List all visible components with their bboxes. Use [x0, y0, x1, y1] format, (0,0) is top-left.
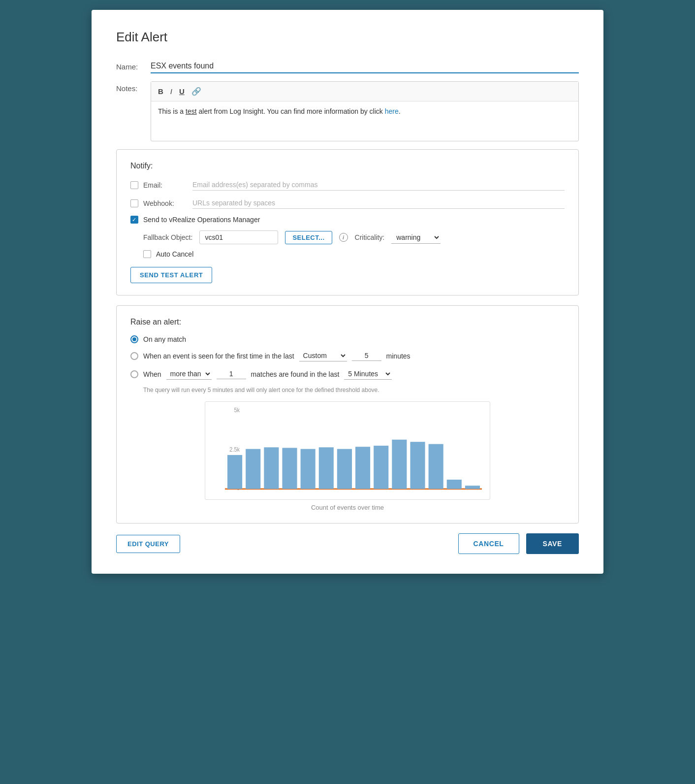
name-input-wrap	[151, 60, 579, 73]
dialog-title: Edit Alert	[116, 30, 579, 45]
name-field-row: Name:	[116, 60, 579, 73]
bar-3	[264, 447, 279, 489]
auto-cancel-row: Auto Cancel	[143, 250, 565, 258]
time-range-select[interactable]: 5 Minutes 10 Minutes 30 Minutes 1 Hour	[344, 368, 392, 380]
fallback-input[interactable]	[199, 230, 278, 244]
radio-when-matches-row: When more than less than equal to matche…	[130, 368, 565, 380]
webhook-label: Webhook:	[143, 199, 188, 207]
notes-test-word: test	[186, 107, 197, 115]
notes-editor: B I U 🔗 This is a test alert from Log In…	[151, 81, 579, 141]
footer-row: EDIT QUERY CANCEL SAVE	[116, 533, 579, 554]
notes-input-wrap: B I U 🔗 This is a test alert from Log In…	[151, 81, 579, 141]
vrops-label: Send to vRealize Operations Manager	[143, 216, 260, 224]
event-time-unit: minutes	[386, 352, 411, 360]
notify-title: Notify:	[130, 162, 565, 170]
save-button[interactable]: SAVE	[526, 533, 579, 554]
select-button[interactable]: SELECT...	[285, 231, 332, 244]
webhook-checkbox[interactable]	[130, 199, 138, 207]
match-count-input[interactable]	[217, 369, 246, 379]
name-input[interactable]	[151, 60, 579, 73]
email-checkbox[interactable]	[130, 181, 138, 189]
bar-12	[429, 444, 443, 489]
vrops-checkbox[interactable]	[130, 216, 138, 224]
bar-1	[227, 455, 242, 489]
criticality-select[interactable]: warning critical immediate info	[391, 231, 441, 244]
matches-mid-label: matches are found in the last	[251, 370, 340, 378]
chart-svg: 5k 2.5k 0	[225, 407, 482, 494]
email-input[interactable]	[192, 179, 565, 191]
svg-text:5k: 5k	[234, 407, 240, 413]
event-time-select[interactable]: Custom 5 Minutes 10 Minutes 30 Minutes 1…	[299, 350, 347, 361]
radio-when-matches[interactable]	[130, 370, 138, 378]
webhook-row: Webhook:	[130, 197, 565, 209]
link-button[interactable]: 🔗	[190, 86, 203, 97]
radio-event-first-time-label: When an event is seen for the first time…	[143, 352, 294, 360]
radio-on-any-match[interactable]	[130, 335, 138, 343]
bar-10	[392, 440, 407, 489]
cancel-button[interactable]: CANCEL	[458, 533, 519, 554]
bar-13	[447, 480, 462, 489]
vrops-row: Send to vRealize Operations Manager	[130, 216, 565, 224]
bold-button[interactable]: B	[156, 86, 165, 97]
auto-cancel-checkbox[interactable]	[143, 250, 151, 258]
bar-7	[337, 449, 352, 489]
svg-text:2.5k: 2.5k	[229, 446, 240, 453]
fallback-row: Fallback Object: SELECT... i Criticality…	[143, 230, 565, 244]
underline-button[interactable]: U	[177, 86, 187, 97]
chart-title: Count of events over time	[205, 504, 490, 511]
bar-5	[301, 449, 316, 489]
bar-9	[374, 446, 388, 489]
radio-event-first-time-row: When an event is seen for the first time…	[130, 350, 565, 361]
bar-8	[355, 447, 370, 489]
email-row: Email:	[130, 179, 565, 191]
notes-label: Notes:	[116, 81, 151, 93]
info-icon: i	[339, 233, 348, 242]
criticality-label: Criticality:	[355, 233, 385, 241]
edit-query-button[interactable]: EDIT QUERY	[116, 535, 180, 553]
webhook-input[interactable]	[192, 197, 565, 209]
radio-when-label: When	[143, 370, 161, 378]
italic-button[interactable]: I	[168, 86, 174, 97]
radio-on-any-match-label: On any match	[143, 335, 186, 343]
bar-4	[282, 448, 297, 489]
bar-11	[410, 442, 425, 489]
notes-link[interactable]: here	[385, 107, 399, 115]
chart-container: 5k 2.5k 0	[205, 401, 490, 500]
event-time-value-input[interactable]	[352, 351, 381, 361]
email-label: Email:	[143, 181, 188, 189]
name-label: Name:	[116, 60, 151, 71]
bar-2	[246, 449, 260, 489]
raise-alert-section: Raise an alert: On any match When an eve…	[116, 305, 579, 523]
raise-alert-title: Raise an alert:	[130, 318, 565, 327]
notes-toolbar: B I U 🔗	[151, 82, 578, 101]
radio-on-any-match-row: On any match	[130, 335, 565, 343]
edit-alert-dialog: Edit Alert Name: Notes: B I U 🔗 This is …	[92, 10, 603, 574]
send-test-alert-button[interactable]: SEND TEST ALERT	[130, 267, 212, 283]
footer-right-buttons: CANCEL SAVE	[458, 533, 579, 554]
bar-14	[465, 486, 480, 489]
hint-text: The query will run every 5 minutes and w…	[143, 387, 565, 393]
bar-6	[319, 447, 334, 489]
notes-content[interactable]: This is a test alert from Log Insight. Y…	[151, 101, 578, 141]
fallback-label: Fallback Object:	[143, 233, 192, 241]
notes-field-row: Notes: B I U 🔗 This is a test alert from…	[116, 81, 579, 141]
radio-event-first-time[interactable]	[130, 352, 138, 360]
condition-select[interactable]: more than less than equal to	[166, 368, 212, 380]
auto-cancel-label: Auto Cancel	[156, 250, 193, 258]
notify-section: Notify: Email: Webhook: Send to vRealize…	[116, 149, 579, 295]
